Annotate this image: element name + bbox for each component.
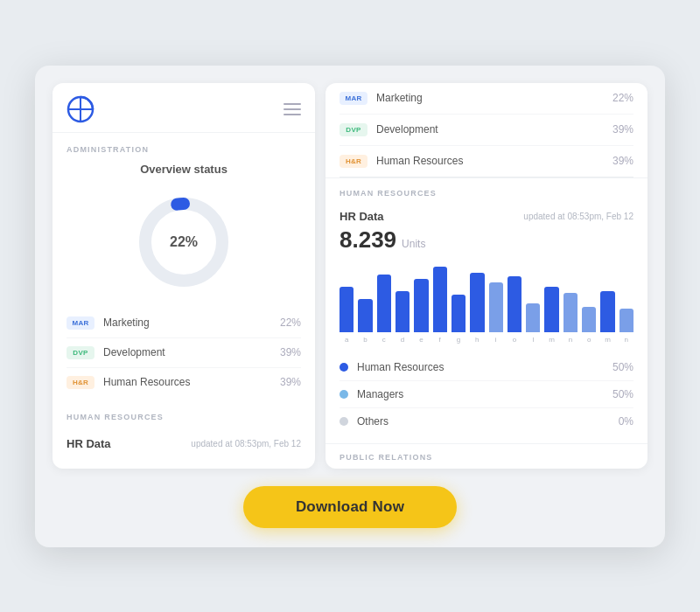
logo-icon	[66, 95, 94, 123]
bar-item	[433, 267, 447, 332]
bar-item	[620, 309, 634, 331]
bar-label-item: o	[582, 336, 596, 344]
bar-label-item: a	[340, 336, 354, 344]
right-badge-dvp: DVP	[340, 123, 368, 136]
bar-label-item: n	[564, 336, 578, 344]
legend-list: Human Resources 50% Managers 50% Others …	[326, 351, 648, 443]
bar-label-item: h	[470, 336, 484, 344]
stat-row-dvp: DVP Development 39%	[66, 338, 301, 368]
bar-label-item: n	[620, 336, 634, 344]
bar-item	[396, 291, 410, 332]
right-pct-marketing: 22%	[612, 92, 634, 104]
stat-pct-hr: 39%	[280, 376, 301, 388]
stat-name-hr: Human Resources	[103, 376, 280, 388]
stat-name-marketing: Marketing	[103, 316, 280, 329]
hr-units-row: 8.239 Units	[340, 226, 634, 254]
donut-center-text: 22%	[170, 234, 198, 249]
bar-label-item: m	[600, 336, 614, 344]
download-btn-row: Download Now	[52, 483, 648, 530]
badge-mar: MAR	[66, 316, 94, 330]
left-stats-list: MAR Marketing 22% DVP Development 39% H&…	[52, 309, 315, 397]
hr-data-time: updated at 08:53pm, Feb 12	[191, 439, 301, 449]
legend-pct-others: 0%	[619, 415, 634, 428]
right-stat-row-dvp: DVP Development 39%	[340, 115, 634, 146]
legend-pct-managers: 50%	[612, 388, 634, 400]
badge-dvp: DVP	[66, 346, 94, 359]
legend-dot-hr	[340, 363, 348, 372]
bar-item	[600, 291, 614, 332]
bar-item	[358, 299, 372, 332]
bar-label-item: l	[526, 336, 540, 344]
legend-name-others: Others	[357, 415, 619, 428]
bar-item	[544, 287, 558, 332]
bar-label-item: m	[544, 336, 558, 344]
stat-pct-marketing: 22%	[280, 316, 301, 329]
bar-item	[489, 282, 503, 331]
bar-label-item: d	[396, 336, 410, 344]
right-panel: MAR Marketing 22% DVP Development 39% H&…	[326, 83, 648, 469]
right-top-list: MAR Marketing 22% DVP Development 39% H&…	[326, 83, 648, 177]
hr-unit-label: Units	[402, 238, 425, 250]
legend-row-hr: Human Resources 50%	[340, 354, 634, 381]
bar-item	[414, 279, 428, 332]
legend-dot-others	[340, 417, 348, 426]
right-badge-mar: MAR	[340, 92, 368, 105]
legend-dot-managers	[340, 390, 348, 399]
right-hr-data-row: HR Data updated at 08:53pm, Feb 12	[340, 210, 634, 226]
hr-section-label: HUMAN RESOURCES	[52, 400, 315, 427]
bar-item	[508, 276, 522, 332]
left-header	[52, 83, 315, 133]
bar-label-item: b	[358, 336, 372, 344]
public-relations-label: PUBLIC RELATIONS	[326, 443, 648, 469]
bar-label-item: i	[489, 336, 503, 344]
legend-row-others: Others 0%	[340, 408, 634, 435]
right-hr-data-time: updated at 08:53pm, Feb 12	[523, 212, 634, 221]
bar-item	[377, 275, 391, 332]
right-hr-section-label: HUMAN RESOURCES	[326, 177, 648, 203]
bar-labels: abcdefghiolmnomn	[340, 332, 634, 344]
hamburger-menu[interactable]	[284, 103, 301, 115]
donut-chart: 22%	[131, 190, 236, 295]
bar-label-item: o	[508, 336, 522, 344]
bar-label-item: g	[452, 336, 466, 344]
right-stat-row-hr: H&R Human Resources 39%	[340, 146, 634, 177]
bar-chart	[340, 262, 634, 332]
right-stat-row-mar: MAR Marketing 22%	[340, 83, 634, 115]
bar-label-item: e	[414, 336, 428, 344]
hr-data-row: HR Data updated at 08:53pm, Feb 12	[52, 427, 315, 454]
stat-name-development: Development	[103, 346, 280, 358]
left-panel: ADMINISTRATION Overview status 22% MAR M…	[52, 83, 315, 469]
badge-hr: H&R	[66, 376, 94, 389]
right-hr-data-label: HR Data	[340, 210, 384, 223]
bar-item	[452, 295, 466, 331]
bar-chart-area: HR Data updated at 08:53pm, Feb 12 8.239…	[326, 203, 648, 344]
card-container: ADMINISTRATION Overview status 22% MAR M…	[35, 66, 665, 547]
legend-pct-hr: 50%	[612, 361, 634, 373]
right-name-marketing: Marketing	[376, 92, 612, 104]
stat-row-hr: H&R Human Resources 39%	[66, 368, 301, 397]
stat-row-mar: MAR Marketing 22%	[66, 309, 301, 338]
right-name-development: Development	[376, 123, 612, 136]
stat-pct-development: 39%	[280, 346, 301, 358]
bar-item	[564, 293, 578, 332]
hr-number: 8.239	[340, 226, 396, 254]
bar-item	[340, 287, 354, 332]
right-name-hr: Human Resources	[376, 155, 612, 167]
right-pct-hr: 39%	[612, 155, 634, 167]
legend-row-managers: Managers 50%	[340, 381, 634, 408]
bar-label-item: f	[433, 336, 447, 344]
overview-title: Overview status	[52, 159, 315, 183]
bar-item	[470, 273, 484, 332]
donut-chart-wrapper: 22%	[52, 183, 315, 309]
bar-item	[526, 303, 540, 332]
download-button[interactable]: Download Now	[243, 486, 457, 528]
legend-name-managers: Managers	[357, 388, 612, 400]
hr-data-label: HR Data	[66, 437, 111, 450]
bar-label-item: c	[377, 336, 391, 344]
right-pct-development: 39%	[612, 123, 634, 136]
bar-item	[582, 307, 596, 331]
right-badge-hr: H&R	[340, 155, 368, 168]
admin-section-label: ADMINISTRATION	[52, 133, 315, 159]
legend-name-hr: Human Resources	[357, 361, 612, 373]
